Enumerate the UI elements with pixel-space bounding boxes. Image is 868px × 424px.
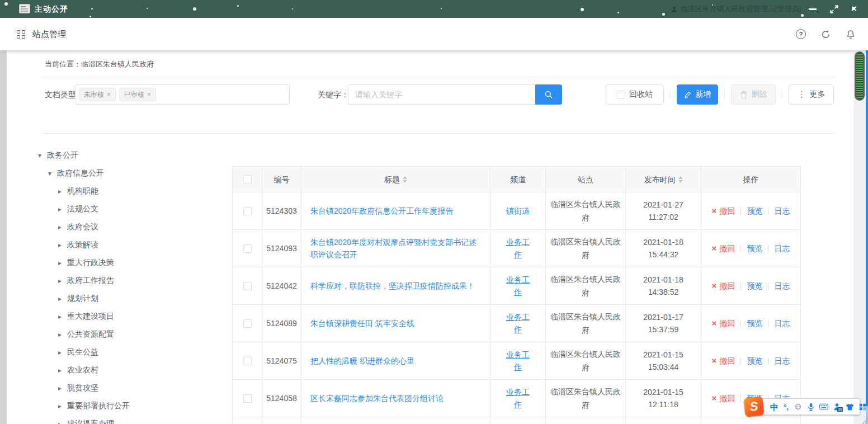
- scrollbar-thumb[interactable]: [855, 51, 865, 101]
- recycle-checkbox[interactable]: [617, 91, 625, 99]
- tree-caret-icon[interactable]: ▸: [56, 366, 64, 374]
- keyboard-icon[interactable]: [819, 403, 828, 410]
- withdraw-button[interactable]: ×撤回: [712, 317, 735, 329]
- row-checkbox[interactable]: [243, 394, 252, 403]
- tree-caret-icon[interactable]: ▸: [56, 402, 64, 410]
- search-button[interactable]: [535, 84, 562, 105]
- tree-caret-icon[interactable]: ▾: [46, 169, 54, 177]
- log-button[interactable]: 日志: [774, 280, 790, 292]
- tree-caret-icon[interactable]: ▸: [56, 187, 64, 195]
- punctuation-icon[interactable]: °,: [784, 403, 789, 411]
- tree-caret-icon[interactable]: ▸: [56, 348, 64, 356]
- resize-grip[interactable]: [860, 416, 868, 424]
- withdraw-button[interactable]: ×撤回: [712, 242, 735, 255]
- header-published[interactable]: 发布时间: [626, 167, 701, 192]
- scrollbar-track[interactable]: [853, 50, 866, 424]
- keyword-input[interactable]: [348, 84, 535, 105]
- row-checkbox[interactable]: [243, 357, 252, 365]
- toolbox-icon[interactable]: [859, 403, 866, 411]
- user-19-icon[interactable]: 19: [833, 403, 841, 411]
- tree-caret-icon[interactable]: ▸: [56, 384, 64, 392]
- maximize-icon[interactable]: [824, 0, 843, 18]
- tree-item[interactable]: ▸ 脱贫攻坚: [36, 379, 232, 397]
- tree-item[interactable]: ▸ 规划计划: [36, 290, 232, 308]
- tree-item[interactable]: ▾ 政务公开: [36, 147, 232, 164]
- tree-item[interactable]: ▸ 农业农村: [36, 361, 232, 379]
- more-button[interactable]: ⋮ 更多: [789, 84, 834, 105]
- withdraw-button[interactable]: ×撤回: [712, 280, 735, 292]
- log-button[interactable]: 日志: [774, 205, 790, 217]
- sort-icon[interactable]: [403, 176, 407, 183]
- tree-item[interactable]: ▸ 重要部署执行公开: [36, 397, 232, 415]
- preview-button[interactable]: 预览: [747, 280, 762, 292]
- doc-type-input[interactable]: 未审核 × 已审核 ×: [75, 84, 290, 105]
- preview-button[interactable]: 预览: [747, 205, 762, 217]
- tree-item[interactable]: ▾ 政府信息公开: [36, 164, 232, 182]
- tree-item[interactable]: ▸ 重大行政决策: [36, 254, 232, 272]
- tree-item[interactable]: ▸ 法规公文: [36, 200, 232, 218]
- chinese-mode-icon[interactable]: 中: [770, 403, 779, 411]
- tree-item[interactable]: ▸ 重大建设项目: [36, 308, 232, 326]
- log-button[interactable]: 日志: [774, 242, 790, 255]
- preview-button[interactable]: 预览: [747, 242, 762, 255]
- log-button[interactable]: 日志: [774, 317, 790, 329]
- document-title-link[interactable]: 区长宋磊同志参加朱台代表团分组讨论: [310, 392, 444, 404]
- tree-caret-icon[interactable]: ▸: [56, 295, 64, 303]
- row-checkbox[interactable]: [243, 244, 252, 253]
- withdraw-button[interactable]: ×撤回: [712, 392, 735, 404]
- channel-link[interactable]: 业务工作: [503, 386, 533, 411]
- divider: [740, 320, 741, 327]
- sogou-logo[interactable]: S: [743, 396, 764, 417]
- tree-caret-icon[interactable]: ▸: [56, 313, 64, 321]
- tree-item[interactable]: ▸ 机构职能: [36, 182, 232, 200]
- emoji-icon[interactable]: ☺: [794, 402, 803, 411]
- microphone-icon[interactable]: [808, 403, 814, 411]
- help-icon[interactable]: ?: [796, 29, 806, 39]
- tree-caret-icon[interactable]: ▾: [36, 152, 44, 159]
- channel-link[interactable]: 业务工作: [503, 311, 533, 336]
- tag-close-icon[interactable]: ×: [147, 91, 151, 98]
- skin-icon[interactable]: [846, 403, 854, 411]
- sort-icon[interactable]: [678, 176, 683, 183]
- bell-icon[interactable]: [846, 29, 856, 40]
- document-title-link[interactable]: 朱台镇2020年政府信息公开工作年度报告: [310, 205, 453, 217]
- tree-caret-icon[interactable]: ▸: [56, 277, 64, 285]
- tree-item[interactable]: ▸ 公共资源配置: [36, 326, 232, 343]
- tree-item[interactable]: ▸ 建议提案办理: [36, 415, 232, 424]
- add-button[interactable]: 新增: [677, 84, 718, 105]
- recycle-bin-button[interactable]: 回收站: [606, 84, 664, 105]
- select-all-checkbox[interactable]: [243, 175, 252, 183]
- channel-link[interactable]: 镇街道: [506, 205, 530, 217]
- tree-item[interactable]: ▸ 政府工作报告: [36, 272, 232, 290]
- tree-caret-icon[interactable]: ▸: [56, 241, 64, 249]
- tree-caret-icon[interactable]: ▸: [56, 223, 64, 231]
- document-title-link[interactable]: 朱台镇2020年度对村观摩点评暨村党支部书记述职评议会召开: [310, 236, 481, 261]
- row-checkbox[interactable]: [243, 282, 252, 290]
- preview-button[interactable]: 预览: [747, 355, 762, 367]
- tree-item[interactable]: ▸ 政府会议: [36, 218, 232, 236]
- document-title-link[interactable]: 科学应对，联防联控，坚决捍卫疫情防控成果！: [310, 280, 475, 292]
- row-checkbox[interactable]: [243, 207, 252, 215]
- document-title-link[interactable]: 朱台镇深耕责任田 筑牢安全线: [310, 317, 414, 329]
- tree-item[interactable]: ▸ 政策解读: [36, 236, 232, 254]
- preview-button[interactable]: 预览: [747, 317, 762, 329]
- header-title[interactable]: 标题: [301, 167, 490, 192]
- withdraw-button[interactable]: ×撤回: [712, 355, 735, 367]
- tag-close-icon[interactable]: ×: [107, 91, 111, 98]
- tree-caret-icon[interactable]: ▸: [56, 331, 64, 338]
- row-checkbox[interactable]: [243, 319, 252, 328]
- tree-caret-icon[interactable]: ▸: [56, 420, 64, 424]
- close-icon[interactable]: ×: [845, 0, 864, 18]
- tree-caret-icon[interactable]: ▸: [56, 259, 64, 267]
- refresh-icon[interactable]: [820, 29, 831, 40]
- log-button[interactable]: 日志: [774, 355, 790, 367]
- tree-caret-icon[interactable]: ▸: [56, 205, 64, 213]
- channel-link[interactable]: 业务工作: [503, 236, 533, 261]
- minimize-icon[interactable]: [803, 0, 822, 18]
- document-title-link[interactable]: 把人性的温暖 织进群众的心里: [310, 355, 414, 367]
- delete-button[interactable]: 删除: [731, 84, 776, 105]
- withdraw-button[interactable]: ×撤回: [712, 205, 735, 217]
- tree-item[interactable]: ▸ 民生公益: [36, 343, 232, 361]
- channel-link[interactable]: 业务工作: [503, 348, 533, 373]
- channel-link[interactable]: 业务工作: [503, 274, 533, 298]
